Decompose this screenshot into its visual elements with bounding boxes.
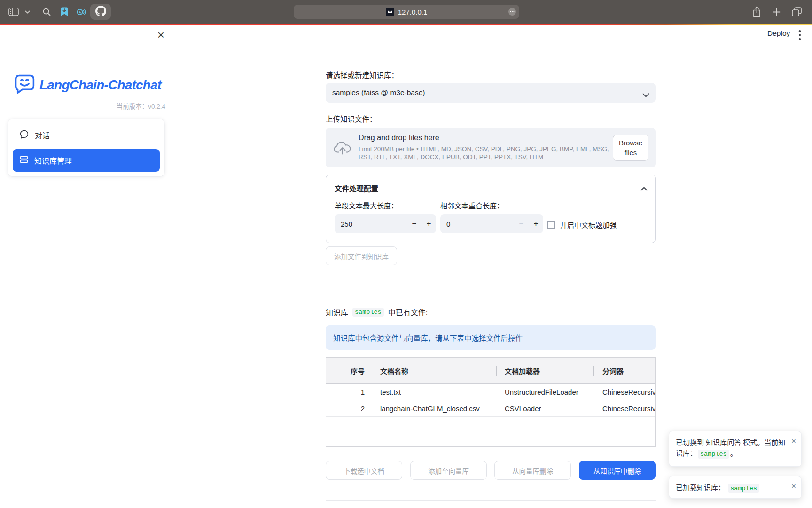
cell-splitter: ChineseRecursiveT [593,388,656,396]
chunk-overlap-value[interactable]: 0 [440,220,514,228]
knowledge-base-icon [20,155,28,166]
browser-toolbar: 127.0.0.1 [0,0,812,24]
browse-files-button[interactable]: Browse files [613,135,648,161]
divider [326,286,656,286]
brand: LangChain-Chatchat [14,74,161,96]
kb-name-code: samples [698,450,729,459]
download-selected-button[interactable]: 下载选中文档 [326,461,402,480]
chevron-up-icon [640,184,648,193]
sidebar-menu: 对话 知识库管理 [8,119,164,176]
deploy-button[interactable]: Deploy [767,29,790,38]
file-dropzone[interactable]: Drag and drop files here Limit 200MB per… [326,128,656,167]
url-text: 127.0.0.1 [398,8,428,16]
chunk-size-plus-button[interactable]: + [422,219,436,229]
chat-bubble-icon [20,130,29,141]
divider [326,500,656,501]
cell-docname: langchain-ChatGLM_closed.csv [372,405,496,413]
table-row[interactable]: 1 test.txt UnstructuredFileLoader Chines… [326,384,656,400]
app-screen: 127.0.0.1 × [0,0,812,508]
toast-kb-loaded: 已加载知识库： samples × [669,476,802,499]
github-icon [95,6,106,18]
add-files-button[interactable]: 添加文件到知识库 [326,246,397,265]
chunk-overlap-label: 相邻文本重合长度： [440,200,504,210]
zh-title-enhance-label: 开启中文标题加强 [560,220,617,230]
pinned-tab-bookmark-icon[interactable] [60,7,69,16]
zh-title-enhance-checkbox[interactable] [547,221,555,229]
chunk-overlap-minus-button: − [514,219,529,229]
page-options-icon[interactable] [508,8,516,16]
upload-label: 上传知识文件： [326,113,377,124]
cloud-upload-icon [334,141,351,157]
main-menu-kebab-icon[interactable] [798,30,801,43]
share-icon[interactable] [752,6,761,17]
add-to-vectorstore-button[interactable]: 添加至向量库 [410,461,487,480]
kb-select[interactable]: samples (faiss @ m3e-base) [326,83,656,103]
col-header-index[interactable]: 序号 [326,358,372,383]
cell-loader: UnstructuredFileLoader [496,388,593,396]
toast-close-icon[interactable]: × [791,481,796,492]
tab-overview-icon[interactable] [792,7,802,16]
dropzone-limit-text: Limit 200MB per file • HTML, MD, JSON, C… [359,145,611,161]
cell-index: 1 [326,388,372,396]
cell-docname: test.txt [372,388,496,396]
sidebar-item-label: 对话 [35,129,50,141]
table-row[interactable]: 2 langchain-ChatGLM_closed.csv CSVLoader… [326,400,656,417]
cell-index: 2 [326,405,372,413]
kb-name-code: samples [352,308,384,317]
version-text: 当前版本：v0.2.4 [117,101,165,111]
kb-select-value: samples (faiss @ m3e-base) [332,88,425,97]
address-bar[interactable]: 127.0.0.1 [294,5,519,19]
info-banner: 知识库中包含源文件与向量库，请从下表中选择文件后操作 [326,325,656,350]
kb-files-table: 序号 文档名称 文档加载器 分词器 1 test.txt Unstructure… [326,357,656,447]
chevron-down-icon[interactable] [25,10,30,14]
file-config-expander[interactable]: 文件处理配置 单段文本最大长度： 相邻文本重合长度： 250 − + 0 − +… [326,175,656,243]
sidebar-item-dialogue[interactable]: 对话 [13,124,160,146]
sidebar-item-label: 知识库管理 [34,155,72,166]
zh-title-enhance-row: 开启中文标题加强 [547,220,617,230]
new-tab-icon[interactable] [773,8,781,16]
brand-title: LangChain-Chatchat [39,78,161,93]
chunk-size-value[interactable]: 250 [335,220,407,228]
expander-title: 文件处理配置 [335,183,378,193]
sidebar: × LangChain-Chatchat 当前版本：v0.2.4 [0,25,173,508]
delete-from-kb-button[interactable]: 从知识库中删除 [579,461,656,480]
col-header-docname[interactable]: 文档名称 [372,358,496,383]
table-header-row: 序号 文档名称 文档加载器 分词器 [326,358,656,384]
pinned-tab-badge-icon[interactable] [76,8,86,16]
kb-name-code: samples [728,484,759,493]
cell-loader: CSVLoader [496,405,593,413]
chevron-down-icon [642,91,649,99]
chunk-overlap-input[interactable]: 0 − + [440,214,543,233]
chunk-size-minus-button[interactable]: − [407,219,422,229]
cell-splitter: ChineseRecursiveT [593,405,656,413]
delete-from-vectorstore-button[interactable]: 从向量库删除 [494,461,571,480]
chunk-overlap-plus-button[interactable]: + [529,219,543,229]
site-favicon [386,8,394,16]
toast-close-icon[interactable]: × [791,436,796,446]
sidebar-close-icon[interactable]: × [157,28,164,42]
toast-mode-switched: 已切换到 知识库问答 模式。当前知识库：samples。 × [669,431,802,467]
sidebar-item-knowledge-base[interactable]: 知识库管理 [13,149,160,172]
col-header-splitter[interactable]: 分词器 [593,358,656,383]
sidebar-toggle-icon[interactable] [8,8,19,16]
search-icon[interactable] [43,8,51,16]
kb-files-heading: 知识库 samples 中已有文件: [326,306,428,318]
col-header-loader[interactable]: 文档加载器 [496,358,593,383]
chatchat-logo-icon [14,74,35,96]
chunk-size-input[interactable]: 250 − + [335,214,436,233]
dropzone-title: Drag and drop files here [359,134,439,142]
kb-select-label: 请选择或新建知识库： [326,70,398,80]
chunk-size-label: 单段文本最大长度： [335,200,398,210]
github-tab[interactable] [90,4,111,20]
